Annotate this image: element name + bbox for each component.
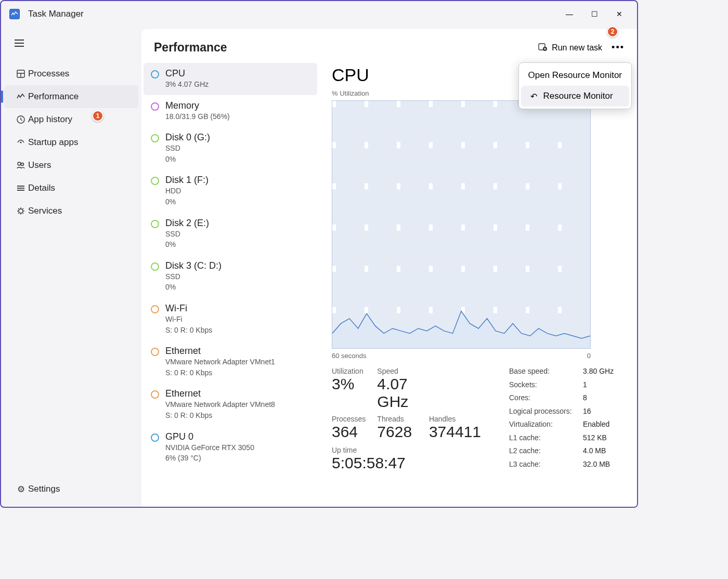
perf-title: Ethernet: [165, 388, 275, 399]
nav-label: Details: [28, 183, 55, 193]
more-menu-popup: Open Resource Monitor ↶ Resource Monitor: [518, 62, 632, 109]
window-title: Task Manager: [28, 9, 84, 19]
perf-sub: 3% 4.07 GHz: [165, 80, 209, 90]
perf-sub: SSD: [165, 143, 210, 154]
popup-item-label: Resource Monitor: [543, 91, 613, 101]
sidebar-item-details[interactable]: Details: [4, 177, 138, 200]
perf-bullet-icon: [151, 433, 159, 442]
perf-bullet-icon: [151, 348, 159, 356]
maximize-button[interactable]: ☐: [582, 4, 607, 24]
nav-icon: [14, 69, 28, 78]
stat-value: 3%: [332, 375, 366, 393]
perf-item-disk-1-f-[interactable]: Disk 1 (F:)HDD0%: [144, 169, 317, 212]
perf-bullet-icon: [151, 102, 159, 111]
perf-title: Disk 0 (G:): [165, 132, 210, 143]
uptime-value: 5:05:58:47: [332, 454, 481, 472]
perf-bullet-icon: [151, 177, 159, 185]
sidebar-item-processes[interactable]: Processes: [4, 62, 138, 85]
svg-point-10: [17, 186, 18, 187]
perf-sub: Wi-Fi: [165, 314, 212, 325]
perf-item-memory[interactable]: Memory18.0/31.9 GB (56%): [144, 95, 317, 127]
perf-item-ethernet[interactable]: EthernetVMware Network Adapter VMnet8S: …: [144, 383, 317, 426]
run-task-label: Run new task: [552, 43, 602, 52]
spec-key: Sockets:: [509, 380, 583, 393]
annotation-badge-1: 1: [92, 110, 103, 122]
nav-icon: [14, 183, 28, 193]
hamburger-button[interactable]: [8, 32, 30, 54]
perf-item-disk-3-c-d-[interactable]: Disk 3 (C: D:)SSD0%: [144, 255, 317, 298]
perf-bullet-icon: [151, 134, 159, 142]
nav-icon: [14, 138, 28, 147]
perf-item-ethernet[interactable]: EthernetVMware Network Adapter VMnet1S: …: [144, 340, 317, 383]
perf-sub: 0%: [165, 282, 222, 293]
sidebar-settings[interactable]: ⚙ Settings: [4, 478, 138, 501]
spec-key: L3 cache:: [509, 460, 583, 472]
stat-value: 4.07 GHz: [377, 375, 418, 411]
perf-sub: S: 0 R: 0 Kbps: [165, 325, 212, 336]
perf-title: Ethernet: [165, 346, 275, 357]
sidebar-item-services[interactable]: Services: [4, 200, 138, 222]
spec-key: Logical processors:: [509, 407, 583, 419]
perf-sub: 6% (39 °C): [165, 453, 254, 464]
sidebar-item-startup-apps[interactable]: Startup apps: [4, 131, 138, 154]
nav-icon: [14, 161, 28, 170]
nav-label: Processes: [28, 69, 69, 79]
svg-point-6: [21, 163, 24, 166]
stat-label: Handles: [429, 415, 481, 423]
spec-value: 4.0 MB: [583, 446, 625, 459]
app-icon: [9, 9, 20, 19]
sidebar-item-app-history[interactable]: App history: [4, 108, 138, 131]
gear-icon: ⚙: [14, 484, 28, 495]
titlebar: Task Manager — ☐ ✕: [1, 1, 637, 27]
perf-item-cpu[interactable]: CPU3% 4.07 GHz: [144, 63, 317, 95]
perf-bullet-icon: [151, 70, 159, 78]
svg-point-13: [19, 209, 23, 213]
perf-sub: S: 0 R: 0 Kbps: [165, 368, 275, 378]
perf-title: Disk 2 (E:): [165, 218, 209, 229]
run-task-icon: [538, 42, 548, 54]
nav-label: Users: [28, 160, 51, 170]
sidebar-item-users[interactable]: Users: [4, 154, 138, 177]
spec-value: 3.80 GHz: [583, 367, 625, 379]
perf-title: Wi-Fi: [165, 303, 212, 314]
nav-icon: [14, 92, 28, 101]
close-button[interactable]: ✕: [607, 4, 632, 24]
perf-item-wi-fi[interactable]: Wi-FiWi-FiS: 0 R: 0 Kbps: [144, 298, 317, 340]
stat-label: Speed: [377, 367, 418, 375]
perf-item-disk-2-e-[interactable]: Disk 2 (E:)SSD0%: [144, 213, 317, 255]
minimize-button[interactable]: —: [557, 4, 582, 24]
nav-label: Startup apps: [28, 137, 78, 148]
nav-label: App history: [28, 114, 72, 125]
perf-sub: 0%: [165, 240, 209, 250]
undo-icon: ↶: [530, 91, 537, 101]
sidebar: ProcessesPerformanceApp historyStartup a…: [1, 27, 141, 507]
stat-label: Threads: [377, 415, 418, 423]
nav-icon: [14, 206, 28, 216]
run-new-task-button[interactable]: Run new task: [538, 42, 602, 54]
cpu-detail: CPU AMD Ryzen 7 5 % Utilization 60 secon…: [319, 63, 637, 507]
more-button[interactable]: •••: [612, 42, 625, 53]
perf-title: Memory: [165, 100, 230, 111]
stat-value: 374411: [429, 423, 481, 441]
xaxis-right: 0: [587, 352, 591, 360]
detail-title: CPU: [332, 65, 369, 85]
perf-item-gpu-0[interactable]: GPU 0NVIDIA GeForce RTX 30506% (39 °C): [144, 426, 317, 469]
spec-value: 16: [583, 407, 625, 419]
perf-sub: S: 0 R: 0 Kbps: [165, 411, 275, 421]
spec-key: Base speed:: [509, 367, 583, 379]
perf-item-disk-0-g-[interactable]: Disk 0 (G:)SSD0%: [144, 127, 317, 169]
perf-title: GPU 0: [165, 431, 254, 442]
spec-value: 1: [583, 380, 625, 393]
perf-bullet-icon: [151, 390, 159, 399]
perf-sub: VMware Network Adapter VMnet8: [165, 400, 275, 410]
nav-label: Services: [28, 206, 62, 216]
spec-value: 512 KB: [583, 433, 625, 446]
svg-point-11: [17, 188, 18, 189]
open-resource-monitor[interactable]: Open Resource Monitor: [519, 65, 631, 86]
resource-monitor[interactable]: ↶ Resource Monitor: [521, 86, 629, 107]
sidebar-item-performance[interactable]: Performance: [4, 85, 138, 108]
spec-value: Enabled: [583, 420, 625, 432]
annotation-badge-2: 2: [607, 26, 618, 37]
spec-key: Virtualization:: [509, 420, 583, 432]
svg-point-12: [17, 190, 18, 191]
